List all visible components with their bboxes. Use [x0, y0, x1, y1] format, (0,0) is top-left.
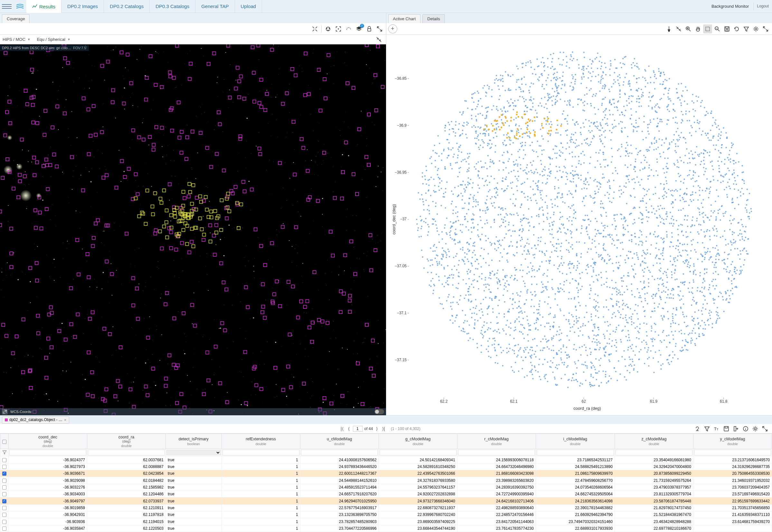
zoom-reset-icon[interactable]: 1x [713, 24, 722, 33]
filter-input[interactable] [223, 450, 299, 455]
table-row[interactable]: -36.903400362.1204486true124.66571791820… [0, 491, 772, 498]
tab-general-tap[interactable]: General TAP [196, 0, 235, 13]
filter-input[interactable] [380, 450, 456, 455]
column-header[interactable]: refExtendednessdouble [222, 434, 300, 449]
lock-icon[interactable] [365, 24, 374, 33]
text-options-icon[interactable]: TT [712, 424, 721, 433]
table-row[interactable]: -36.902437762.0037681true124.41000815760… [0, 456, 772, 463]
close-icon[interactable]: × [64, 417, 67, 422]
column-header[interactable]: coord_dec(deg)double [9, 434, 87, 449]
coords-toggle[interactable] [374, 409, 384, 414]
filter-input[interactable] [88, 450, 165, 455]
table-row[interactable]: -36.903227662.1585982true124.48591552371… [0, 484, 772, 491]
table-row[interactable]: -36.904979762.0733937true124.96294070102… [0, 498, 772, 504]
color-icon[interactable] [324, 24, 333, 33]
row-checkbox[interactable] [2, 527, 6, 531]
column-header[interactable]: i_cModelMagdouble [536, 434, 615, 449]
logout-link[interactable]: Logout [753, 3, 772, 10]
filter-input[interactable] [537, 450, 614, 455]
save-icon[interactable] [722, 424, 731, 433]
gear-icon[interactable] [751, 24, 760, 33]
projection-dropdown[interactable]: Equ / Spherical▼ [37, 37, 70, 42]
pin-icon[interactable] [665, 24, 674, 33]
add-chart-button[interactable]: + [388, 24, 397, 33]
unlink-icon[interactable] [674, 24, 683, 33]
popout-icon[interactable] [2, 409, 8, 415]
cell: 24.485915523711494 [300, 484, 379, 491]
filter-input[interactable] [9, 450, 86, 455]
filter-select[interactable] [166, 450, 221, 455]
filter-icon[interactable] [742, 24, 751, 33]
table-row[interactable]: -36.903667162.0423854true122.60011244821… [0, 470, 772, 477]
tools-icon[interactable] [310, 24, 319, 33]
expand-icon[interactable] [761, 24, 770, 33]
tab-dp03-catalogs[interactable]: DP0.3 Catalogs [150, 0, 196, 13]
reload-icon[interactable] [732, 24, 741, 33]
tab-upload[interactable]: Upload [235, 0, 262, 13]
column-header[interactable]: coord_ra(deg)double [87, 434, 165, 449]
filter-icon[interactable] [2, 450, 7, 454]
background-monitor-link[interactable]: Background Monitor [707, 4, 753, 9]
table-row[interactable]: -36.902797362.0088887true124.93789343644… [0, 463, 772, 470]
page-input[interactable] [353, 426, 363, 432]
row-checkbox[interactable] [2, 492, 6, 496]
column-header[interactable]: y_cModelMagdouble [693, 434, 772, 449]
microscope-icon[interactable] [693, 424, 702, 433]
center-icon[interactable] [334, 24, 343, 33]
filter-input[interactable] [458, 450, 535, 455]
table-row[interactable]: -36.902909862.0184482true124.54498814415… [0, 477, 772, 484]
table-row[interactable]: -36.90393662.1194015true123.782857485280… [0, 518, 772, 525]
scatter-chart[interactable] [386, 35, 772, 415]
filter-input[interactable] [616, 450, 693, 455]
add-column-icon[interactable] [731, 424, 740, 433]
tab-dp02-images[interactable]: DP0.2 Images [61, 0, 104, 13]
column-header[interactable]: g_cModelMagdouble [379, 434, 457, 449]
sky-image[interactable]: DP0.2 HiPS from DESC DC2 sim: gri colo… … [0, 44, 386, 415]
tab-coverage[interactable]: Coverage [2, 14, 30, 23]
column-header[interactable]: r_cModelMagdouble [457, 434, 536, 449]
row-checkbox[interactable] [2, 485, 6, 490]
table-row[interactable]: -36.903584762.1220503true123.70447722058… [0, 525, 772, 532]
zoom-in-icon[interactable] [684, 24, 693, 33]
table-row[interactable]: -36.901985962.1210911true122.57677541690… [0, 504, 772, 511]
layers-icon[interactable]: 7 [354, 24, 363, 33]
row-checkbox[interactable] [2, 520, 6, 524]
filter-input[interactable] [694, 450, 771, 455]
image-footer: WCS-Coords: [0, 408, 386, 415]
link-off-icon[interactable] [374, 35, 383, 44]
select-box-icon[interactable] [703, 24, 712, 33]
column-header[interactable]: u_cModelMagdouble [300, 434, 379, 449]
first-page-button[interactable]: |⟨ [339, 426, 345, 432]
filter-icon[interactable] [703, 424, 712, 433]
row-checkbox[interactable] [2, 506, 6, 510]
info-icon[interactable] [741, 424, 750, 433]
prev-page-button[interactable]: ⟨ [347, 426, 351, 432]
column-header[interactable]: z_cModelMagdouble [615, 434, 693, 449]
row-checkbox[interactable] [2, 472, 6, 476]
row-checkbox[interactable] [2, 479, 6, 483]
tab-dp02-catalogs[interactable]: DP0.2 Catalogs [104, 0, 150, 13]
row-checkbox[interactable] [2, 513, 6, 517]
select-all-checkbox[interactable] [2, 440, 6, 444]
column-header[interactable]: detect_isPrimaryboolean [165, 434, 222, 449]
expand-icon[interactable] [760, 424, 769, 433]
last-page-button[interactable]: ⟩| [381, 426, 386, 432]
filter-input[interactable] [301, 450, 378, 455]
tab-active-chart[interactable]: Active Chart [388, 14, 421, 23]
row-checkbox[interactable] [2, 499, 6, 503]
tab-details[interactable]: Details [422, 14, 445, 23]
gear-icon[interactable] [751, 424, 760, 433]
row-checkbox[interactable] [2, 465, 6, 469]
region-icon[interactable] [344, 24, 353, 33]
expand-icon[interactable] [375, 24, 384, 33]
save-icon[interactable] [722, 24, 731, 33]
menu-icon[interactable] [2, 2, 12, 11]
row-checkbox[interactable] [2, 458, 6, 462]
tab-results[interactable]: Results [26, 0, 61, 13]
top-tab-bar: Results DP0.2 Images DP0.2 Catalogs DP0.… [0, 0, 772, 13]
table-tab[interactable]: dp02_dc2_catalogs.Object - … × [2, 416, 69, 424]
next-page-button[interactable]: ⟩ [375, 426, 379, 432]
table-row[interactable]: -36.904293162.1197818true123.13236389870… [0, 511, 772, 518]
pan-icon[interactable] [694, 24, 703, 33]
hips-dropdown[interactable]: HiPS / MOC▼ [3, 37, 31, 42]
